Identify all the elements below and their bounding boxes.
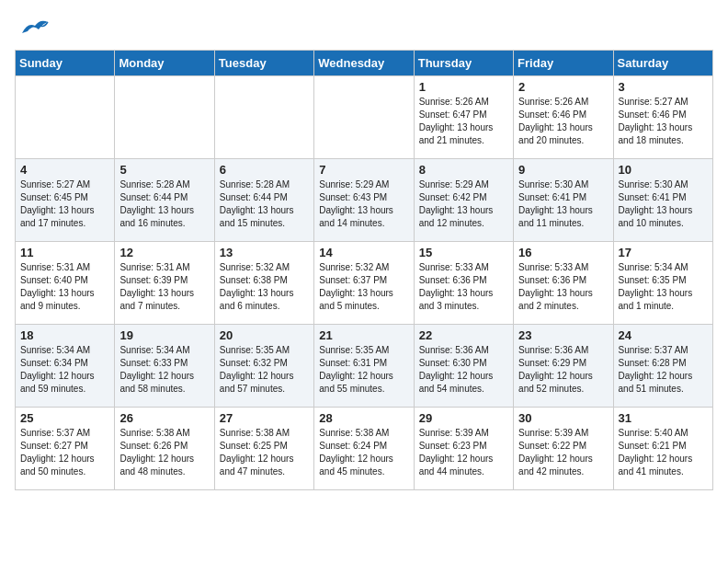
calendar-cell: 28Sunrise: 5:38 AM Sunset: 6:24 PM Dayli… <box>314 408 414 490</box>
day-number: 18 <box>20 328 109 342</box>
cell-details: Sunrise: 5:36 AM Sunset: 6:30 PM Dayligh… <box>419 344 508 396</box>
column-header-friday: Friday <box>514 51 613 76</box>
column-header-wednesday: Wednesday <box>314 51 414 76</box>
calendar-cell: 27Sunrise: 5:38 AM Sunset: 6:25 PM Dayli… <box>214 408 313 490</box>
calendar-header: SundayMondayTuesdayWednesdayThursdayFrid… <box>16 51 713 76</box>
cell-details: Sunrise: 5:30 AM Sunset: 6:41 PM Dayligh… <box>619 178 708 230</box>
cell-details: Sunrise: 5:40 AM Sunset: 6:21 PM Dayligh… <box>619 427 708 478</box>
calendar-cell: 29Sunrise: 5:39 AM Sunset: 6:23 PM Dayli… <box>414 408 513 490</box>
calendar-cell: 6Sunrise: 5:28 AM Sunset: 6:44 PM Daylig… <box>214 159 313 242</box>
day-number: 28 <box>319 411 408 425</box>
day-number: 22 <box>419 328 508 342</box>
cell-details: Sunrise: 5:28 AM Sunset: 6:44 PM Dayligh… <box>119 178 209 230</box>
day-number: 2 <box>518 80 608 94</box>
calendar-cell: 3Sunrise: 5:27 AM Sunset: 6:46 PM Daylig… <box>613 76 712 159</box>
day-number: 1 <box>419 80 508 94</box>
calendar-week-3: 11Sunrise: 5:31 AM Sunset: 6:40 PM Dayli… <box>16 242 713 325</box>
calendar-cell: 30Sunrise: 5:39 AM Sunset: 6:22 PM Dayli… <box>514 408 613 490</box>
cell-details: Sunrise: 5:39 AM Sunset: 6:22 PM Dayligh… <box>518 427 608 478</box>
day-number: 25 <box>20 411 109 425</box>
cell-details: Sunrise: 5:38 AM Sunset: 6:26 PM Dayligh… <box>119 427 209 478</box>
day-number: 17 <box>619 246 708 259</box>
day-number: 10 <box>619 163 708 177</box>
page-header <box>15 15 713 40</box>
column-header-saturday: Saturday <box>613 51 712 76</box>
day-number: 20 <box>220 328 309 342</box>
calendar-cell: 2Sunrise: 5:26 AM Sunset: 6:46 PM Daylig… <box>514 76 613 159</box>
logo-bird-icon <box>15 15 50 40</box>
logo <box>15 15 53 40</box>
calendar-cell: 7Sunrise: 5:29 AM Sunset: 6:43 PM Daylig… <box>314 159 414 242</box>
cell-details: Sunrise: 5:30 AM Sunset: 6:41 PM Dayligh… <box>518 178 608 230</box>
calendar-cell: 8Sunrise: 5:29 AM Sunset: 6:42 PM Daylig… <box>414 159 513 242</box>
day-number: 6 <box>220 163 309 177</box>
calendar-cell: 4Sunrise: 5:27 AM Sunset: 6:45 PM Daylig… <box>16 159 115 242</box>
calendar-cell: 10Sunrise: 5:30 AM Sunset: 6:41 PM Dayli… <box>613 159 712 242</box>
day-number: 14 <box>319 246 408 259</box>
day-number: 11 <box>20 246 109 259</box>
day-number: 5 <box>119 163 209 177</box>
cell-details: Sunrise: 5:33 AM Sunset: 6:36 PM Dayligh… <box>419 261 508 313</box>
day-number: 7 <box>319 163 408 177</box>
cell-details: Sunrise: 5:37 AM Sunset: 6:28 PM Dayligh… <box>619 344 708 396</box>
calendar-cell: 11Sunrise: 5:31 AM Sunset: 6:40 PM Dayli… <box>16 242 115 325</box>
day-number: 8 <box>419 163 508 177</box>
cell-details: Sunrise: 5:37 AM Sunset: 6:27 PM Dayligh… <box>20 427 109 478</box>
cell-details: Sunrise: 5:32 AM Sunset: 6:37 PM Dayligh… <box>319 261 408 313</box>
cell-details: Sunrise: 5:35 AM Sunset: 6:31 PM Dayligh… <box>319 344 408 396</box>
calendar-cell: 16Sunrise: 5:33 AM Sunset: 6:36 PM Dayli… <box>514 242 613 325</box>
cell-details: Sunrise: 5:31 AM Sunset: 6:40 PM Dayligh… <box>20 261 109 313</box>
day-number: 3 <box>619 80 708 94</box>
day-number: 13 <box>220 246 309 259</box>
calendar-cell: 14Sunrise: 5:32 AM Sunset: 6:37 PM Dayli… <box>314 242 414 325</box>
cell-details: Sunrise: 5:31 AM Sunset: 6:39 PM Dayligh… <box>119 261 209 313</box>
cell-details: Sunrise: 5:27 AM Sunset: 6:46 PM Dayligh… <box>619 96 708 147</box>
calendar-cell: 23Sunrise: 5:36 AM Sunset: 6:29 PM Dayli… <box>514 325 613 408</box>
calendar-table: SundayMondayTuesdayWednesdayThursdayFrid… <box>15 50 713 490</box>
calendar-cell: 22Sunrise: 5:36 AM Sunset: 6:30 PM Dayli… <box>414 325 513 408</box>
cell-details: Sunrise: 5:28 AM Sunset: 6:44 PM Dayligh… <box>220 178 309 230</box>
cell-details: Sunrise: 5:38 AM Sunset: 6:25 PM Dayligh… <box>220 427 309 478</box>
cell-details: Sunrise: 5:36 AM Sunset: 6:29 PM Dayligh… <box>518 344 608 396</box>
calendar-cell <box>16 76 115 159</box>
column-header-monday: Monday <box>115 51 214 76</box>
day-number: 23 <box>518 328 608 342</box>
day-number: 29 <box>419 411 508 425</box>
calendar-cell: 20Sunrise: 5:35 AM Sunset: 6:32 PM Dayli… <box>214 325 313 408</box>
calendar-cell: 9Sunrise: 5:30 AM Sunset: 6:41 PM Daylig… <box>514 159 613 242</box>
calendar-cell: 1Sunrise: 5:26 AM Sunset: 6:47 PM Daylig… <box>414 76 513 159</box>
cell-details: Sunrise: 5:27 AM Sunset: 6:45 PM Dayligh… <box>20 178 109 230</box>
calendar-week-4: 18Sunrise: 5:34 AM Sunset: 6:34 PM Dayli… <box>16 325 713 408</box>
day-number: 12 <box>119 246 209 259</box>
day-number: 15 <box>419 246 508 259</box>
calendar-cell: 24Sunrise: 5:37 AM Sunset: 6:28 PM Dayli… <box>613 325 712 408</box>
column-header-tuesday: Tuesday <box>214 51 313 76</box>
cell-details: Sunrise: 5:34 AM Sunset: 6:34 PM Dayligh… <box>20 344 109 396</box>
calendar-week-1: 1Sunrise: 5:26 AM Sunset: 6:47 PM Daylig… <box>16 76 713 159</box>
cell-details: Sunrise: 5:39 AM Sunset: 6:23 PM Dayligh… <box>419 427 508 478</box>
day-number: 16 <box>518 246 608 259</box>
day-number: 9 <box>518 163 608 177</box>
cell-details: Sunrise: 5:26 AM Sunset: 6:47 PM Dayligh… <box>419 96 508 147</box>
day-number: 31 <box>619 411 708 425</box>
calendar-cell: 13Sunrise: 5:32 AM Sunset: 6:38 PM Dayli… <box>214 242 313 325</box>
column-header-sunday: Sunday <box>16 51 115 76</box>
calendar-cell: 5Sunrise: 5:28 AM Sunset: 6:44 PM Daylig… <box>115 159 214 242</box>
calendar-cell: 15Sunrise: 5:33 AM Sunset: 6:36 PM Dayli… <box>414 242 513 325</box>
calendar-cell <box>115 76 214 159</box>
cell-details: Sunrise: 5:38 AM Sunset: 6:24 PM Dayligh… <box>319 427 408 478</box>
calendar-cell: 21Sunrise: 5:35 AM Sunset: 6:31 PM Dayli… <box>314 325 414 408</box>
day-number: 30 <box>518 411 608 425</box>
calendar-cell: 19Sunrise: 5:34 AM Sunset: 6:33 PM Dayli… <box>115 325 214 408</box>
calendar-cell: 25Sunrise: 5:37 AM Sunset: 6:27 PM Dayli… <box>16 408 115 490</box>
calendar-cell: 18Sunrise: 5:34 AM Sunset: 6:34 PM Dayli… <box>16 325 115 408</box>
cell-details: Sunrise: 5:29 AM Sunset: 6:42 PM Dayligh… <box>419 178 508 230</box>
calendar-cell: 17Sunrise: 5:34 AM Sunset: 6:35 PM Dayli… <box>613 242 712 325</box>
column-header-thursday: Thursday <box>414 51 513 76</box>
day-number: 24 <box>619 328 708 342</box>
calendar-week-5: 25Sunrise: 5:37 AM Sunset: 6:27 PM Dayli… <box>16 408 713 490</box>
day-number: 4 <box>20 163 109 177</box>
calendar-cell: 26Sunrise: 5:38 AM Sunset: 6:26 PM Dayli… <box>115 408 214 490</box>
cell-details: Sunrise: 5:34 AM Sunset: 6:33 PM Dayligh… <box>119 344 209 396</box>
calendar-week-2: 4Sunrise: 5:27 AM Sunset: 6:45 PM Daylig… <box>16 159 713 242</box>
